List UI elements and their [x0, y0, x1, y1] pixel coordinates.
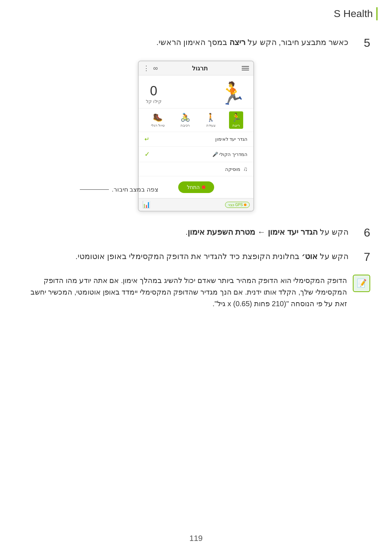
- more-icon[interactable]: ⋮: [143, 64, 150, 72]
- main-content: 5 כאשר מתבצע חיבור, הקש על ריצה במסך האי…: [0, 0, 392, 338]
- checkmark-icon: ✓: [144, 150, 150, 158]
- running-icon: 🏃: [231, 113, 241, 122]
- header-divider: [376, 7, 377, 20]
- bar-chart-icon: 📊: [142, 201, 150, 209]
- tab-hiking-label: טיול רגלי: [151, 123, 165, 127]
- page-number: 119: [189, 534, 203, 543]
- step-7-text: הקש על אוט׳ בחלונית הקופצת כיד להגדיר את…: [22, 250, 348, 262]
- note-text: הדופק המקסימלי הוא הדופק המהיר ביותר שאד…: [22, 275, 347, 309]
- step-6-number: 6: [356, 226, 370, 239]
- start-label: התחל: [187, 184, 200, 190]
- app-bar-icons: ∞ ⋮: [143, 64, 158, 72]
- tab-cycling[interactable]: 🚴 רכיבה: [178, 111, 192, 129]
- music-note-icon: ♫: [243, 166, 248, 172]
- walking-icon: 🚶: [206, 113, 216, 122]
- phone-mockup-container: תרגול ∞ ⋮ 🏃 0 קילו קל: [22, 61, 370, 212]
- activity-tabs: 🏃 ריצה 🚶 צעידה 🚴 רכיבה 🥾 טיול רגלי: [139, 108, 253, 132]
- link-icon: ∞: [153, 65, 158, 72]
- gps-label: GPS כבוי: [228, 203, 243, 207]
- tab-running-label: ריצה: [232, 123, 240, 127]
- tab-cycling-label: רכיבה: [180, 123, 190, 127]
- page-header: S Health: [334, 7, 377, 20]
- callout-annotation: צפה במצב חיבור.: [80, 186, 158, 193]
- app-bar: תרגול ∞ ⋮: [139, 61, 253, 75]
- step-7-number: 7: [356, 250, 370, 264]
- settings-goal-row[interactable]: הגדר יעד לאימון ↵: [139, 132, 253, 147]
- step-6: 6 הקש על הגדר יעד אימון ← מטרת השפעת אימ…: [22, 226, 370, 239]
- start-button[interactable]: התחל: [178, 181, 214, 193]
- callout-line: [80, 189, 109, 190]
- cycling-icon: 🚴: [180, 113, 190, 122]
- hero-section: 🏃 0 קילו קל: [139, 75, 253, 108]
- record-dot: [202, 185, 205, 189]
- tab-hiking[interactable]: 🥾 טיול רגלי: [149, 111, 167, 129]
- settings-guide-row[interactable]: המדריך הקולי 🎤 ✓: [139, 147, 253, 162]
- settings-guide-label: המדריך הקולי 🎤: [212, 152, 248, 157]
- bottom-bar: GPS כבוי 📊: [139, 198, 253, 211]
- hamburger-menu[interactable]: [242, 66, 249, 70]
- tab-walking[interactable]: 🚶 צעידה: [204, 111, 218, 129]
- calorie-label: קילו קל: [146, 99, 162, 104]
- tab-walking-label: צעידה: [206, 123, 216, 127]
- gps-dot: [244, 204, 246, 206]
- step-5-number: 5: [356, 36, 370, 50]
- note-icon: 📝: [353, 275, 370, 292]
- goal-arrow-icon: ↵: [144, 136, 149, 143]
- note-box: 📝 הדופק המקסימלי הוא הדופק המהיר ביותר ש…: [22, 275, 370, 309]
- calorie-number: 0: [146, 83, 162, 99]
- gps-badge: GPS כבוי: [225, 202, 250, 208]
- runner-icon: 🏃: [219, 83, 246, 104]
- step-6-text: הקש על הגדר יעד אימון ← מטרת השפעת אימון…: [22, 226, 348, 238]
- music-row[interactable]: ♫ מוסיקה: [139, 162, 253, 176]
- callout-text: צפה במצב חיבור.: [112, 186, 158, 193]
- step-5-text: כאשר מתבצע חיבור, הקש על ריצה במסך האימו…: [22, 36, 348, 48]
- calorie-display: 0 קילו קל: [146, 83, 162, 104]
- step-5: 5 כאשר מתבצע חיבור, הקש על ריצה במסך האי…: [22, 36, 370, 50]
- app-bar-title: תרגול: [192, 65, 208, 72]
- tab-running[interactable]: 🏃 ריצה: [229, 111, 243, 129]
- hiking-icon: 🥾: [153, 113, 163, 122]
- music-label: מוסיקה: [225, 167, 240, 172]
- settings-goal-label: הגדר יעד לאימון: [215, 136, 248, 142]
- header-title: S Health: [334, 8, 373, 20]
- step-7: 7 הקש על אוט׳ בחלונית הקופצת כיד להגדיר …: [22, 250, 370, 264]
